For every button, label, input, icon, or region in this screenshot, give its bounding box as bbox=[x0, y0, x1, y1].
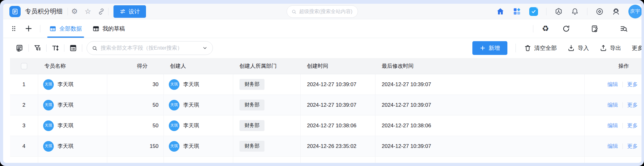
import-icon bbox=[567, 44, 575, 52]
creator-cell: 天琪 李天琪 bbox=[164, 95, 233, 115]
edit-link[interactable]: 编辑 bbox=[607, 143, 618, 150]
divider bbox=[108, 8, 108, 15]
star-icon[interactable]: ☆ bbox=[85, 8, 91, 15]
actions-cell: 编辑 更多 bbox=[585, 95, 641, 115]
global-search-input[interactable] bbox=[299, 9, 353, 14]
created-cell bbox=[301, 157, 375, 163]
specialist-cell: 天琪 李天琪 bbox=[38, 136, 107, 156]
design-button-label: 设计 bbox=[128, 8, 140, 15]
score-cell: 50 bbox=[107, 95, 164, 115]
trash-icon bbox=[524, 44, 531, 52]
tab-bar: 全部数据 我的草稿 ♻ bbox=[3, 19, 641, 38]
specialist-name: 李天琪 bbox=[58, 122, 73, 129]
column-header-actions: 操作 bbox=[585, 58, 641, 74]
import-button[interactable]: 导入 bbox=[567, 44, 589, 52]
document-icon bbox=[12, 8, 18, 15]
score-cell: 50 bbox=[107, 115, 164, 136]
more-link[interactable]: 更多 bbox=[627, 81, 638, 88]
score-cell bbox=[107, 157, 164, 163]
row-height-icon[interactable] bbox=[51, 44, 59, 52]
tab-my-drafts[interactable]: 我的草稿 bbox=[87, 19, 130, 38]
compass-icon[interactable] bbox=[596, 7, 604, 16]
table-header: 专员名称 得分 创建人 创建人所属部门 创建时间 最后修改时间 操作 bbox=[10, 58, 641, 74]
search-icon bbox=[291, 9, 297, 15]
specialist-name: 李天琪 bbox=[58, 101, 73, 109]
created-cell: 2024-12-27 10:38:06 bbox=[301, 115, 375, 136]
tab-all-data[interactable]: 全部数据 bbox=[44, 19, 87, 38]
edit-link[interactable]: 编辑 bbox=[607, 122, 618, 129]
filter-icon[interactable] bbox=[33, 44, 42, 52]
tabbar-right-icons: ♻ bbox=[533, 25, 635, 33]
clear-all-button[interactable]: 清空全部 bbox=[524, 44, 557, 52]
add-tab-icon[interactable] bbox=[25, 25, 33, 32]
creator-name: 李天琪 bbox=[183, 122, 199, 129]
modified-cell: 2024-12-27 10:39:07 bbox=[375, 74, 585, 95]
add-record-button[interactable]: 新增 bbox=[472, 41, 507, 55]
avatar: 天琪 bbox=[169, 100, 179, 110]
avatar: 天琪 bbox=[169, 120, 179, 131]
edit-link[interactable]: 编辑 bbox=[607, 81, 618, 88]
recycle-bin-icon[interactable]: ♻ bbox=[542, 25, 549, 32]
apps-icon[interactable] bbox=[513, 7, 521, 16]
table-row: 3 天琪 李天琪 50 天琪 李天琪 财务部 2024-12-27 10:38:… bbox=[10, 115, 641, 136]
hide-fields-icon[interactable] bbox=[15, 44, 24, 52]
support-headset-icon[interactable] bbox=[612, 7, 620, 16]
topbar: 专员积分明细 ⚙ ☆ 设计 bbox=[3, 4, 641, 19]
select-all-checkbox[interactable] bbox=[21, 63, 27, 69]
display-fields-icon[interactable] bbox=[69, 44, 77, 52]
column-header-created[interactable]: 创建时间 bbox=[301, 58, 375, 74]
form-link-icon[interactable] bbox=[591, 25, 599, 33]
more-label: 更多 bbox=[632, 44, 641, 52]
topbar-right-icons: 庆宇 bbox=[492, 5, 641, 18]
table-body: 1 天琪 李天琪 30 天琪 李天琪 财务部 2024-12-27 10:39:… bbox=[10, 74, 641, 163]
plus-icon bbox=[480, 45, 486, 51]
creator-cell: 天琪 李天琪 bbox=[164, 136, 233, 156]
gear-icon[interactable]: ⚙ bbox=[71, 8, 78, 15]
link-icon[interactable] bbox=[98, 8, 105, 15]
chevron-down-icon[interactable] bbox=[202, 45, 208, 51]
export-button[interactable]: 导出 bbox=[600, 44, 621, 52]
search-records-icon[interactable] bbox=[620, 25, 628, 33]
column-header-dept[interactable]: 创建人所属部门 bbox=[233, 58, 301, 74]
drag-dots-icon[interactable] bbox=[11, 25, 17, 32]
avatar: 天琪 bbox=[43, 120, 54, 131]
dept-cell bbox=[233, 157, 301, 163]
creator-name: 李天琪 bbox=[183, 143, 199, 150]
todo-check-icon[interactable] bbox=[529, 7, 538, 16]
more-link[interactable]: 更多 bbox=[627, 122, 638, 129]
home-icon[interactable] bbox=[496, 7, 505, 16]
user-avatar[interactable]: 庆宇 bbox=[628, 5, 641, 18]
bell-icon[interactable] bbox=[571, 7, 579, 16]
export-icon bbox=[600, 44, 607, 52]
more-link[interactable]: 更多 bbox=[627, 101, 638, 109]
edit-link[interactable]: 编辑 bbox=[607, 101, 618, 109]
specialist-name: 李天琪 bbox=[58, 143, 73, 150]
more-link[interactable]: 更多 bbox=[627, 143, 638, 150]
dept-tag: 财务部 bbox=[239, 141, 264, 152]
dept-cell: 财务部 bbox=[233, 115, 301, 136]
divider bbox=[64, 44, 64, 52]
table-icon bbox=[93, 25, 99, 32]
column-header-modified[interactable]: 最后修改时间 bbox=[375, 58, 585, 74]
badge-hexagon-icon[interactable] bbox=[555, 7, 563, 16]
design-button[interactable]: 设计 bbox=[113, 5, 146, 18]
divider bbox=[533, 25, 533, 32]
avatar: 天琪 bbox=[43, 100, 54, 110]
tab-label: 全部数据 bbox=[59, 25, 82, 32]
created-cell: 2024-12-27 10:39:07 bbox=[301, 95, 375, 115]
table-search-input[interactable] bbox=[101, 45, 199, 51]
divider bbox=[546, 8, 546, 15]
column-header-creator[interactable]: 创建人 bbox=[164, 58, 233, 74]
row-index bbox=[10, 157, 38, 163]
refresh-icon[interactable] bbox=[562, 25, 570, 33]
global-search[interactable] bbox=[287, 5, 358, 18]
more-button[interactable]: 更多 bbox=[632, 44, 641, 52]
modified-cell: 2024-12-27 10:38:06 bbox=[375, 115, 585, 136]
app-window: 专员积分明细 ⚙ ☆ 设计 bbox=[3, 4, 641, 163]
column-header-score[interactable]: 得分 bbox=[107, 58, 164, 74]
column-header-name[interactable]: 专员名称 bbox=[38, 58, 107, 74]
toolbar-right: 新增 清空全部 导入 导出 bbox=[472, 41, 641, 55]
divider bbox=[622, 102, 623, 108]
dept-cell: 财务部 bbox=[233, 95, 301, 115]
table-search[interactable] bbox=[87, 41, 213, 55]
